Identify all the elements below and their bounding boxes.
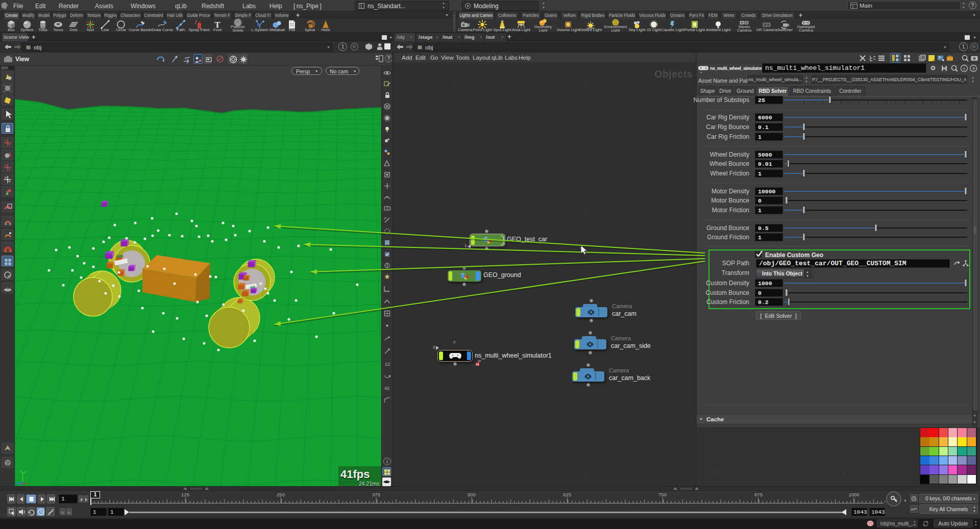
svg-text:625: 625 [563, 492, 571, 497]
svg-text:42: 42 [384, 386, 389, 391]
svg-text:12: 12 [385, 362, 390, 367]
svg-text:875: 875 [754, 492, 763, 497]
svg-text:750: 750 [658, 492, 667, 497]
svg-text:?: ? [972, 66, 975, 71]
svg-text:i: i [964, 66, 965, 71]
svg-text:1000: 1000 [848, 492, 859, 497]
svg-text:125: 125 [181, 492, 189, 497]
svg-text:250: 250 [277, 492, 285, 497]
svg-text:500: 500 [468, 492, 476, 497]
svg-text:375: 375 [372, 492, 380, 497]
